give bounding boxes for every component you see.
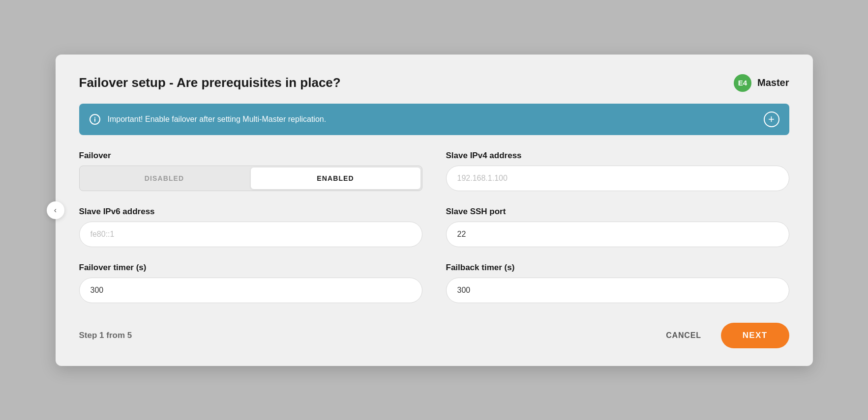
toggle-enabled[interactable]: ENABLED	[251, 168, 420, 189]
modal-dialog: ‹ Failover setup - Are prerequisites in …	[56, 55, 813, 366]
modal-overlay: ‹ Failover setup - Are prerequisites in …	[0, 0, 868, 420]
failover-timer-input[interactable]	[79, 278, 422, 303]
slave-ipv6-label: Slave IPv6 address	[79, 207, 422, 217]
form-grid: Failover DISABLED ENABLED Slave IPv4 add…	[79, 151, 789, 303]
failover-timer-label: Failover timer (s)	[79, 263, 422, 273]
failover-group: Failover DISABLED ENABLED	[79, 151, 422, 191]
modal-title: Failover setup - Are prerequisites in pl…	[79, 75, 341, 90]
plus-icon: +	[768, 113, 775, 126]
step-indicator: Step 1 from 5	[79, 331, 132, 340]
modal-header: Failover setup - Are prerequisites in pl…	[79, 74, 789, 92]
environment-badge: E4	[734, 74, 751, 92]
failback-timer-input[interactable]	[446, 278, 789, 303]
cancel-button[interactable]: CANCEL	[658, 327, 709, 344]
footer-buttons: CANCEL NEXT	[658, 323, 789, 348]
slave-ipv4-label: Slave IPv4 address	[446, 151, 789, 161]
header-right: E4 Master	[734, 74, 789, 92]
toggle-disabled[interactable]: DISABLED	[80, 166, 249, 191]
info-add-button[interactable]: +	[764, 112, 779, 127]
failover-label: Failover	[79, 151, 422, 161]
modal-footer: Step 1 from 5 CANCEL NEXT	[79, 323, 789, 348]
failover-toggle[interactable]: DISABLED ENABLED	[79, 166, 422, 191]
info-banner-left: Important! Enable failover after setting…	[89, 113, 327, 125]
failback-timer-group: Failback timer (s)	[446, 263, 789, 303]
slave-ssh-port-input[interactable]	[446, 222, 789, 247]
next-button[interactable]: NEXT	[721, 323, 789, 348]
info-banner: Important! Enable failover after setting…	[79, 104, 789, 135]
slave-ipv6-input[interactable]	[79, 222, 422, 247]
slave-ipv4-group: Slave IPv4 address	[446, 151, 789, 191]
slave-ipv4-input[interactable]	[446, 166, 789, 191]
slave-ssh-port-group: Slave SSH port	[446, 207, 789, 247]
side-arrow-button[interactable]: ‹	[47, 201, 64, 219]
failover-timer-group: Failover timer (s)	[79, 263, 422, 303]
info-message-icon	[89, 113, 101, 125]
slave-ipv6-group: Slave IPv6 address	[79, 207, 422, 247]
slave-ssh-port-label: Slave SSH port	[446, 207, 789, 217]
failback-timer-label: Failback timer (s)	[446, 263, 789, 273]
info-banner-text: Important! Enable failover after setting…	[108, 115, 327, 124]
role-badge: Master	[757, 77, 789, 88]
